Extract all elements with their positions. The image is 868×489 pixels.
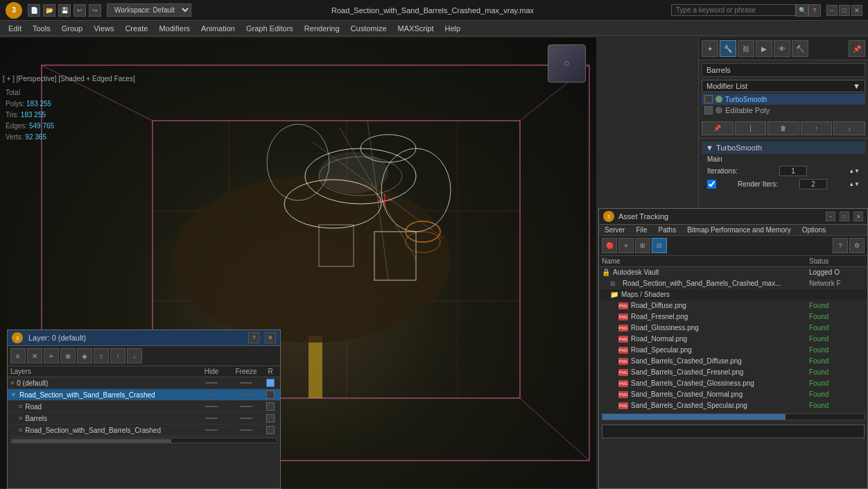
search-icon[interactable]: 🔍: [796, 4, 808, 17]
maximize-button[interactable]: □: [839, 5, 850, 16]
asset-row-sand-diffuse[interactable]: PNG Sand_Barrels_Crashed_Diffuse.png Fou…: [599, 356, 867, 367]
menu-rendering[interactable]: Rendering: [299, 23, 345, 34]
layer-row-default[interactable]: ≡ 0 (default): [8, 377, 280, 389]
layer-add-selection-btn[interactable]: ⊕: [60, 348, 76, 363]
menu-animation[interactable]: Animation: [196, 23, 241, 34]
asset-menu-options[interactable]: Options: [797, 225, 831, 235]
ts-render-iters-checkbox[interactable]: [707, 180, 716, 189]
close-button[interactable]: ✕: [851, 5, 862, 16]
navigation-cube[interactable]: ⬡: [548, 44, 589, 86]
utilities-icon[interactable]: 🔨: [792, 40, 808, 57]
workspace-dropdown[interactable]: Workspace: Default: [107, 3, 191, 17]
search-input[interactable]: [671, 4, 796, 16]
ts-iterations-spinner-up[interactable]: ▲▼: [849, 168, 860, 174]
layer-road-hide[interactable]: [205, 394, 218, 395]
asset-help-btn[interactable]: ?: [833, 238, 848, 253]
layer-row-road-section[interactable]: ▼ Road_Section_with_Sand_Barrels_Crashed: [8, 389, 280, 401]
asset-row-vault[interactable]: 🔒 Autodesk Vault Logged O: [599, 267, 867, 278]
layer-move-up-btn[interactable]: ↑: [110, 348, 125, 363]
motion-icon[interactable]: ▶: [756, 40, 772, 57]
layer-default-hide[interactable]: [205, 382, 218, 384]
menu-customize[interactable]: Customize: [345, 23, 392, 34]
asset-menu-server[interactable]: Server: [599, 225, 630, 235]
menu-help[interactable]: Help: [440, 23, 467, 34]
asset-minimize-button[interactable]: −: [826, 212, 835, 221]
redo-icon[interactable]: ↪: [89, 4, 101, 17]
delete-mod-btn[interactable]: 🗑: [767, 121, 799, 135]
asset-row-sand-glossiness[interactable]: PNG Sand_Barrels_Crashed_Glossiness.png …: [599, 378, 867, 389]
asset-btn-1[interactable]: 🔴: [602, 238, 617, 253]
layer-move-btn[interactable]: ↕: [94, 348, 109, 363]
asset-row-sand-specular[interactable]: PNG Sand_Barrels_Crashed_Specular.png Fo…: [599, 400, 867, 411]
ts-iterations-input[interactable]: [779, 166, 807, 176]
layer-road-section-2-freeze[interactable]: [240, 429, 252, 431]
asset-btn-2[interactable]: ≡: [618, 238, 634, 253]
asset-btn-4[interactable]: ⊟: [652, 238, 667, 253]
move-up-btn[interactable]: ↑: [801, 121, 833, 135]
layer-scroll-thumb[interactable]: [12, 439, 171, 443]
asset-row-sand-normal[interactable]: PNG Sand_Barrels_Crashed_Normal.png Foun…: [599, 389, 867, 400]
modifier-editablepoly-checkbox[interactable]: [704, 106, 713, 114]
asset-maximize-button[interactable]: □: [840, 212, 849, 221]
layer-road-freeze[interactable]: [240, 394, 252, 395]
new-icon[interactable]: 📄: [28, 4, 40, 17]
layer-road2-freeze[interactable]: [240, 406, 252, 407]
modifier-turbosmooth-checkbox[interactable]: [704, 95, 713, 103]
menu-group[interactable]: Group: [56, 23, 89, 34]
layer-delete-btn[interactable]: ✕: [27, 348, 42, 363]
modifier-editable-poly[interactable]: Editable Poly: [702, 105, 865, 116]
asset-menu-file[interactable]: File: [630, 225, 652, 235]
save-icon[interactable]: 💾: [58, 4, 71, 17]
layer-barrels-freeze[interactable]: [240, 418, 252, 419]
menu-tools[interactable]: Tools: [27, 23, 56, 34]
ts-render-iters-input[interactable]: [799, 179, 827, 189]
menu-edit[interactable]: Edit: [3, 23, 27, 34]
asset-row-sand-fresnel[interactable]: PNG Sand_Barrels_Crashed_Fresnel.png Fou…: [599, 367, 867, 378]
layer-barrels-render-cb[interactable]: [266, 414, 275, 422]
menu-maxscript[interactable]: MAXScript: [392, 23, 440, 34]
move-down-btn[interactable]: ↓: [833, 121, 865, 135]
display-icon[interactable]: 👁: [774, 40, 790, 57]
pin-stack-btn[interactable]: 📌: [702, 121, 734, 135]
layer-default-render-cb[interactable]: [266, 379, 275, 387]
minimize-button[interactable]: −: [826, 5, 837, 16]
ts-render-iters-spinner[interactable]: ▲▼: [849, 181, 860, 187]
undo-icon[interactable]: ↩: [73, 4, 86, 17]
layer-road-render-cb[interactable]: [266, 391, 275, 399]
asset-row-road-fresnel[interactable]: PNG Road_Fresnel.png Found: [599, 311, 867, 323]
asset-btn-3[interactable]: ⊞: [635, 238, 650, 253]
create-icon[interactable]: ✦: [702, 40, 718, 57]
modifier-turbosmooth[interactable]: TurboSmooth: [702, 94, 865, 105]
menu-create[interactable]: Create: [119, 23, 153, 34]
layer-row-road[interactable]: ≡ Road: [8, 401, 280, 413]
asset-settings-btn[interactable]: ⚙: [849, 238, 865, 253]
layer-move-down-btn[interactable]: ↓: [127, 348, 142, 363]
layer-scrollbar[interactable]: [10, 438, 277, 443]
help-icon[interactable]: ?: [808, 4, 821, 17]
menu-views[interactable]: Views: [88, 23, 119, 34]
asset-row-road-diffuse[interactable]: PNG Road_Diffuse.png Found: [599, 300, 867, 311]
asset-menu-bitmap[interactable]: Bitmap Performance and Memory: [682, 225, 797, 235]
asset-menu-paths[interactable]: Paths: [653, 225, 682, 235]
menu-modifiers[interactable]: Modifiers: [153, 23, 196, 34]
modify-icon[interactable]: 🔧: [720, 40, 736, 57]
asset-close-button[interactable]: ✕: [853, 212, 863, 221]
menu-graph-editors[interactable]: Graph Editors: [241, 23, 299, 34]
show-end-btn[interactable]: |: [735, 121, 767, 135]
asset-row-road-normal[interactable]: PNG Road_Normal.png Found: [599, 334, 867, 345]
ts-collapse-icon[interactable]: ▼: [706, 144, 713, 152]
layer-barrels-hide[interactable]: [205, 418, 218, 419]
layer-select-btn[interactable]: ◈: [77, 348, 92, 363]
layer-road-section-2-hide[interactable]: [205, 429, 218, 431]
layer-row-road-section-2[interactable]: ≡ Road_Section_with_Sand_Barrels_Crashed: [8, 424, 280, 436]
pin-icon[interactable]: 📌: [849, 40, 865, 57]
layer-road2-hide[interactable]: [205, 406, 218, 407]
asset-row-road-glossiness[interactable]: PNG Road_Glossiness.png Found: [599, 323, 867, 334]
hierarchy-icon[interactable]: ⛓: [738, 40, 754, 57]
layer-row-barrels[interactable]: ≡ Barrels: [8, 413, 280, 424]
asset-row-road-specular[interactable]: PNG Road_Specular.png Found: [599, 345, 867, 356]
layer-road2-render-cb[interactable]: [266, 402, 275, 411]
layer-close-button[interactable]: ✕: [265, 332, 276, 343]
modifier-list-dropdown[interactable]: Modifier List ▼: [702, 80, 865, 92]
asset-row-road-file[interactable]: ⊞ Road_Section_with_Sand_Barrels_Crashed…: [599, 278, 867, 289]
